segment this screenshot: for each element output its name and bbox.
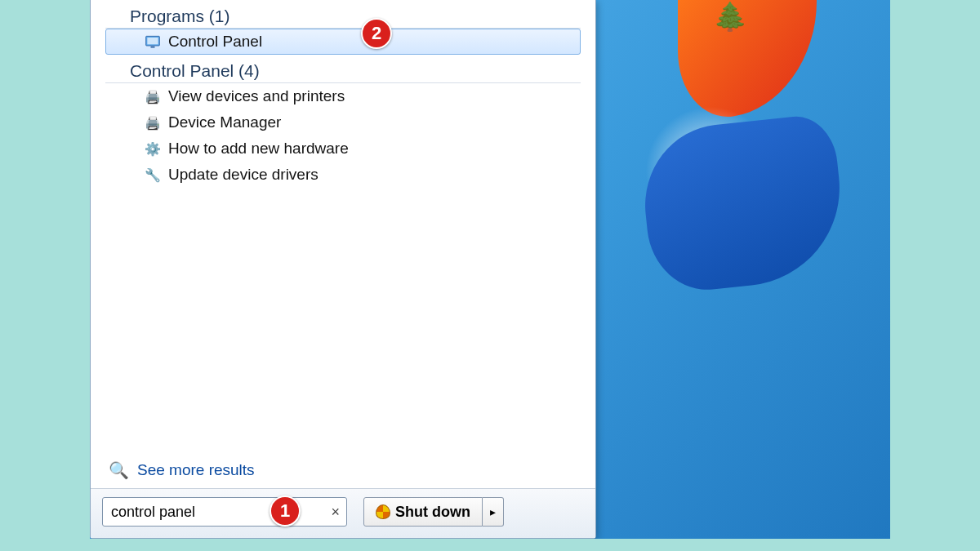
device-manager-icon: 🖨️	[144, 113, 162, 131]
start-menu-search-results: Programs (1) Control Panel Control Panel…	[90, 0, 596, 539]
search-icon: 🔍	[109, 460, 129, 480]
windows-logo-wallpaper: 🌲	[596, 0, 866, 367]
shutdown-button[interactable]: Shut down	[363, 497, 483, 527]
result-add-hardware[interactable]: ⚙️ How to add new hardware	[105, 136, 581, 162]
shield-icon	[376, 504, 390, 519]
update-drivers-icon: 🔧	[144, 166, 162, 184]
result-view-devices-printers[interactable]: 🖨️ View devices and printers	[105, 83, 581, 109]
shutdown-options-arrow[interactable]: ▸	[483, 497, 504, 527]
start-menu-bottom-bar: × Shut down ▸	[91, 488, 595, 538]
result-update-drivers[interactable]: 🔧 Update device drivers	[105, 162, 581, 188]
result-label: Control Panel	[168, 33, 262, 51]
tree-icon: 🌲	[713, 0, 747, 33]
annotation-badge-2: 2	[361, 18, 392, 49]
svg-rect-1	[147, 38, 158, 44]
clear-search-icon[interactable]: ×	[331, 504, 340, 521]
result-control-panel-program[interactable]: Control Panel	[105, 29, 581, 55]
control-panel-icon	[144, 33, 162, 51]
printer-icon: 🖨️	[144, 87, 162, 105]
see-more-results-link[interactable]: 🔍 See more results	[91, 454, 595, 488]
svg-rect-2	[151, 47, 155, 48]
result-label: Update device drivers	[168, 166, 318, 184]
section-header-control-panel: Control Panel (4)	[105, 60, 581, 83]
result-label: View devices and printers	[168, 87, 345, 105]
desktop-wallpaper: 🌲 Programs (1) Control Panel Control Pan…	[90, 0, 890, 539]
section-header-programs: Programs (1)	[105, 5, 581, 29]
shutdown-label: Shut down	[395, 504, 470, 521]
result-label: Device Manager	[168, 113, 281, 131]
annotation-badge-1: 1	[270, 495, 301, 527]
hardware-icon: ⚙️	[144, 140, 162, 158]
search-box[interactable]: ×	[102, 497, 347, 527]
result-label: How to add new hardware	[168, 140, 349, 158]
see-more-label: See more results	[137, 461, 255, 479]
result-device-manager[interactable]: 🖨️ Device Manager	[105, 109, 581, 136]
